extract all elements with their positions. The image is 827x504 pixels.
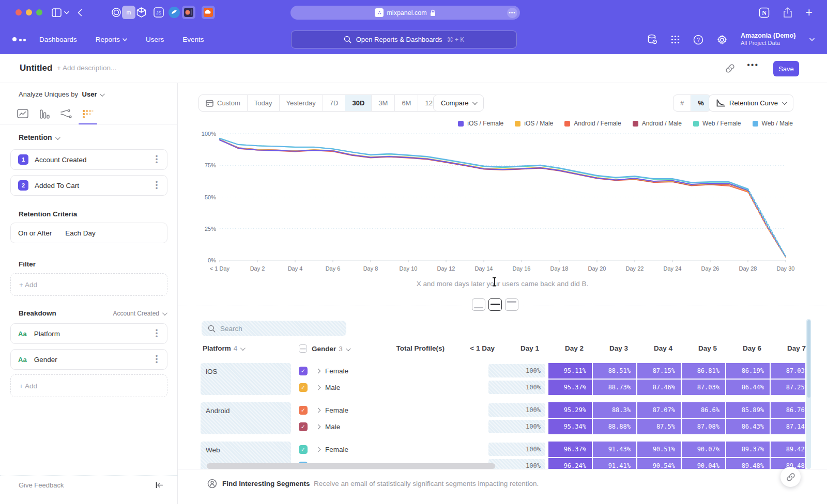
retention-value-cell[interactable]: 87.03% — [771, 363, 805, 379]
filter-add-button[interactable]: + Add — [10, 273, 167, 296]
retention-section-label[interactable]: Retention — [19, 133, 59, 141]
platform-cell[interactable]: Android — [201, 402, 291, 434]
range-yesterday[interactable]: Yesterday — [280, 95, 323, 111]
row-expand-chevron-icon[interactable] — [316, 407, 321, 413]
range-7d[interactable]: 7D — [323, 95, 346, 111]
help-icon[interactable]: ? — [693, 35, 703, 45]
retention-value-cell[interactable]: 90.54% — [637, 458, 681, 469]
row-expand-chevron-icon[interactable] — [316, 368, 321, 373]
tab-insights[interactable] — [16, 107, 30, 121]
save-button[interactable]: Save — [773, 61, 799, 76]
browser-sidebar-icon[interactable] — [52, 6, 62, 19]
retention-step-1[interactable]: 1Account Created••• — [10, 149, 167, 170]
retention-value-cell[interactable]: 91.43% — [593, 442, 636, 457]
share-icon[interactable] — [783, 7, 792, 18]
row-checkbox[interactable]: ✓ — [299, 422, 308, 431]
breakdown-add-button[interactable]: + Add — [10, 374, 167, 397]
row-expand-chevron-icon[interactable] — [316, 385, 321, 390]
share-link-fab[interactable] — [780, 467, 801, 487]
range-custom[interactable]: Custom — [199, 95, 248, 111]
row-checkbox[interactable]: ✓ — [299, 367, 308, 375]
row-checkbox[interactable]: ✓ — [299, 406, 308, 415]
report-more-icon[interactable]: ••• — [747, 60, 759, 70]
nav-item-reports[interactable]: Reports — [96, 36, 127, 43]
retention-value-cell[interactable]: 95.11% — [548, 363, 592, 379]
retention-value-cell[interactable]: 86.81% — [682, 363, 725, 379]
legend-item[interactable]: Android / Female — [564, 120, 621, 127]
select-all-checkbox[interactable]: — — [299, 344, 307, 353]
criteria-on-or-after[interactable]: On or After — [18, 229, 52, 237]
url-bar[interactable]: ∴ mixpanel.com ••• — [290, 6, 520, 20]
layout-chart-only-button[interactable] — [472, 298, 485, 311]
criteria-each-day[interactable]: Each Day — [65, 229, 96, 237]
day-column-header[interactable]: Day 7 — [762, 344, 806, 352]
report-description-placeholder[interactable]: + Add description... — [57, 64, 116, 72]
step-event-label[interactable]: Account Created — [35, 156, 154, 164]
retention-criteria-control[interactable]: On or After Each Day — [10, 223, 167, 243]
tab-overview-chevron-icon[interactable] — [64, 6, 69, 19]
legend-item[interactable]: Web / Male — [753, 120, 793, 127]
retention-value-cell[interactable]: 95.37% — [548, 380, 592, 395]
legend-item[interactable]: iOS / Female — [458, 120, 503, 127]
chart-type-selector[interactable]: Retention Curve — [709, 94, 793, 112]
retention-value-cell[interactable]: 91.41% — [593, 458, 636, 469]
retention-value-cell[interactable]: 86.6% — [682, 402, 725, 418]
legend-item[interactable]: Web / Female — [693, 120, 741, 127]
retention-value-cell[interactable]: 87.07% — [637, 402, 681, 418]
tab-flows[interactable] — [59, 107, 73, 121]
retention-value-cell[interactable]: 88.73% — [593, 380, 636, 395]
table-search-input[interactable]: Search — [202, 321, 346, 336]
row-expand-chevron-icon[interactable] — [316, 447, 321, 452]
day-column-header[interactable]: < 1 Day — [451, 344, 495, 352]
extension-js-icon[interactable]: JS — [152, 6, 165, 19]
row-checkbox[interactable]: ✓ — [299, 383, 308, 392]
day-column-header[interactable]: Day 5 — [673, 344, 717, 352]
step-kebab-menu-icon[interactable]: ••• — [154, 155, 160, 164]
retention-step-2[interactable]: 2Added To Cart••• — [10, 175, 167, 196]
extension-cloud-icon[interactable] — [202, 6, 215, 19]
extension-cube-icon[interactable] — [134, 6, 148, 19]
window-minimize-button[interactable] — [26, 9, 32, 15]
extension-bird-icon[interactable] — [169, 7, 180, 18]
day-column-header[interactable]: Day 2 — [540, 344, 584, 352]
mixpanel-logo[interactable] — [12, 36, 26, 42]
day-column-header[interactable]: Day 4 — [629, 344, 672, 352]
platform-cell[interactable]: iOS — [201, 363, 291, 395]
tab-retention[interactable] — [81, 107, 95, 121]
data-management-icon[interactable] — [647, 34, 657, 45]
retention-value-cell[interactable]: 86.76% — [771, 402, 805, 418]
mode-absolute-button[interactable]: # — [673, 95, 691, 111]
apps-grid-icon[interactable] — [671, 35, 680, 44]
breakdown-property-label[interactable]: Gender — [34, 356, 154, 364]
copy-link-icon[interactable] — [725, 64, 735, 73]
retention-value-cell[interactable]: 87.15% — [637, 363, 681, 379]
window-close-button[interactable] — [16, 9, 22, 15]
nav-item-users[interactable]: Users — [146, 36, 164, 43]
url-more-icon[interactable]: ••• — [507, 8, 517, 18]
day-column-header[interactable]: Day 1 — [496, 344, 539, 352]
retention-value-cell[interactable]: 88.88% — [593, 419, 636, 434]
retention-value-cell[interactable]: 87.5% — [637, 419, 681, 434]
report-title[interactable]: Untitled — [20, 63, 52, 73]
window-zoom-button[interactable] — [36, 9, 42, 15]
vertical-scrollbar[interactable] — [806, 319, 811, 469]
retention-value-cell[interactable]: 87.25% — [771, 380, 805, 395]
mode-percent-button[interactable]: % — [691, 95, 711, 111]
global-search[interactable]: Open Reports & Dashboards ⌘ + K — [291, 30, 517, 49]
retention-value-cell[interactable]: 90.04% — [682, 458, 725, 469]
breakdown-kebab-menu-icon[interactable]: ••• — [154, 355, 160, 364]
breakdown-event-selector[interactable]: Account Created — [113, 310, 166, 317]
gender-column-header[interactable]: — Gender3 — [299, 344, 349, 353]
step-kebab-menu-icon[interactable]: ••• — [154, 181, 160, 190]
layout-table-only-button[interactable] — [505, 298, 518, 311]
day-column-header[interactable]: Day 6 — [718, 344, 761, 352]
retention-value-cell[interactable]: 89.48% — [726, 458, 770, 469]
nav-item-events[interactable]: Events — [182, 36, 204, 43]
new-tab-icon[interactable]: + — [806, 7, 813, 19]
breakdown-gender[interactable]: AaGender••• — [10, 349, 167, 370]
day-column-header[interactable]: Day 3 — [585, 344, 628, 352]
settings-gear-icon[interactable] — [717, 35, 727, 45]
extension-ring-icon[interactable] — [110, 6, 123, 19]
retention-value-cell[interactable]: 90.51% — [637, 442, 681, 457]
platform-column-header[interactable]: Platform4 — [203, 344, 244, 352]
